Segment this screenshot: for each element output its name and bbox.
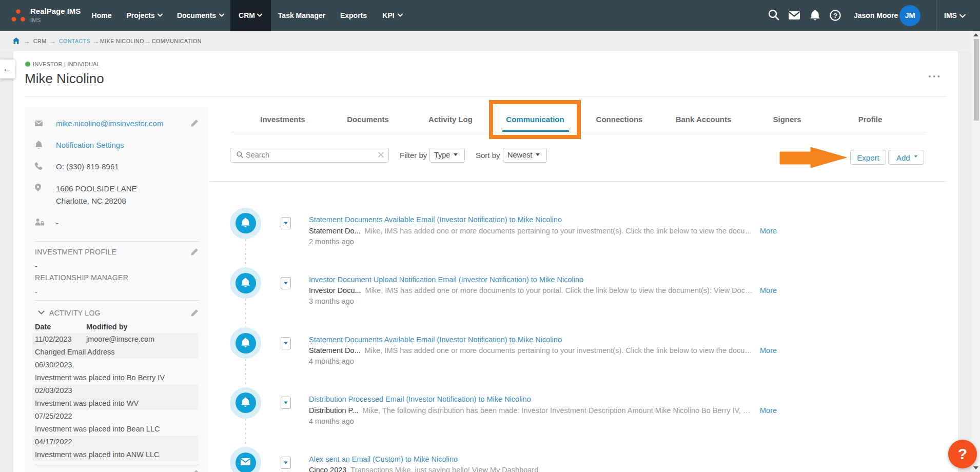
svg-text:?: ? bbox=[833, 12, 837, 19]
